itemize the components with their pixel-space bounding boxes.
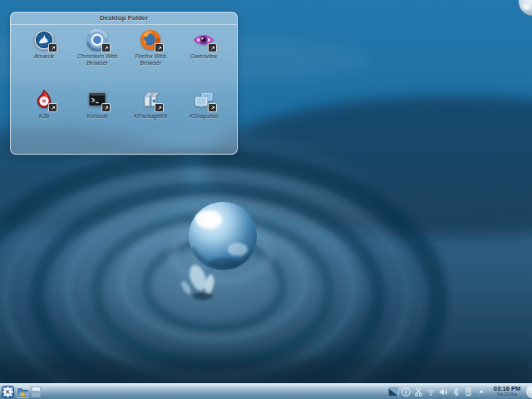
shortcut-emblem xyxy=(48,103,57,112)
shortcut-emblem xyxy=(155,43,164,52)
bluetooth-icon[interactable] xyxy=(451,386,461,397)
taskbar-panel: K xyxy=(0,383,532,399)
device-notifier-icon[interactable] xyxy=(463,386,474,397)
kde-menu-button[interactable]: K xyxy=(2,386,14,398)
shortcut-emblem xyxy=(48,43,57,52)
show-desktop-icon[interactable] xyxy=(388,386,399,397)
kpackagekit-icon xyxy=(139,88,162,111)
pager-desktop-2[interactable] xyxy=(32,392,41,397)
chromium-icon xyxy=(86,28,109,52)
desktop-icon-firefox[interactable]: Firefox Web Browser xyxy=(124,28,177,88)
volume-icon[interactable] xyxy=(438,386,449,397)
desktop-icon-kpackagekit[interactable]: KPackageKit xyxy=(124,88,177,148)
expand-tray-icon[interactable] xyxy=(475,386,486,397)
ksnapshot-icon xyxy=(192,88,215,111)
firefox-icon xyxy=(139,28,162,52)
desktop-icon-label: KSnapshot xyxy=(190,113,218,120)
folder-star-icon xyxy=(17,386,29,398)
desktop-icon-label: Chromium Web Browser xyxy=(71,53,123,67)
desktop-icon-konsole[interactable]: Konsole xyxy=(71,88,124,148)
shortcut-emblem xyxy=(155,103,164,112)
desktop-icon-chromium[interactable]: Chromium Web Browser xyxy=(71,28,124,88)
clock-date: Sat 29 May xyxy=(497,392,517,397)
konsole-icon xyxy=(86,88,109,111)
desktop-folder-widget: Desktop Folder Amarok xyxy=(10,12,238,155)
folder-view-panel-button[interactable] xyxy=(17,386,29,398)
desktop-icon-label: KPackageKit xyxy=(134,113,167,120)
desktop-icon-amarok[interactable]: Amarok xyxy=(17,28,71,88)
desktop-icon-label: Gwenview xyxy=(190,53,217,60)
desktop-icon-gwenview[interactable]: Gwenview xyxy=(177,28,230,88)
system-tray xyxy=(388,386,486,397)
digital-clock[interactable]: 03:16 PM Sat 29 May xyxy=(491,386,523,398)
shortcut-emblem xyxy=(208,103,217,112)
amarok-icon xyxy=(32,28,56,52)
desktop-icon-ksnapshot[interactable]: KSnapshot xyxy=(177,88,230,148)
shortcut-emblem xyxy=(101,43,111,52)
desktop-icon-label: Konsole xyxy=(86,113,107,120)
shortcut-emblem xyxy=(101,103,111,112)
panel-right-group: 03:16 PM Sat 29 May xyxy=(388,385,532,398)
desktop-icon-label: Amarok xyxy=(34,53,54,60)
kde-k-glyph: K xyxy=(6,388,10,394)
pager-desktop-1[interactable] xyxy=(32,387,41,392)
desktop-icon-k3b[interactable]: K3b xyxy=(17,88,71,148)
desktop-folder-grid: Amarok Chromium Web Browser xyxy=(11,25,237,148)
desktop-icon-label: K3b xyxy=(39,113,49,120)
network-icon[interactable] xyxy=(426,386,436,397)
k3b-icon xyxy=(32,88,56,111)
desktop: Desktop Folder Amarok xyxy=(0,0,532,399)
klipper-icon[interactable] xyxy=(413,386,424,397)
panel-toolbox-cashew[interactable] xyxy=(526,385,532,398)
notifications-icon[interactable] xyxy=(401,386,411,397)
desktop-folder-title: Desktop Folder xyxy=(11,12,237,25)
pager[interactable] xyxy=(32,387,41,397)
desktop-icon-label: Firefox Web Browser xyxy=(125,53,176,67)
shortcut-emblem xyxy=(208,43,217,52)
gwenview-icon xyxy=(192,28,215,52)
clock-time: 03:16 PM xyxy=(494,386,521,392)
panel-left-group: K xyxy=(2,386,41,398)
kde-menu-icon: K xyxy=(2,386,14,398)
